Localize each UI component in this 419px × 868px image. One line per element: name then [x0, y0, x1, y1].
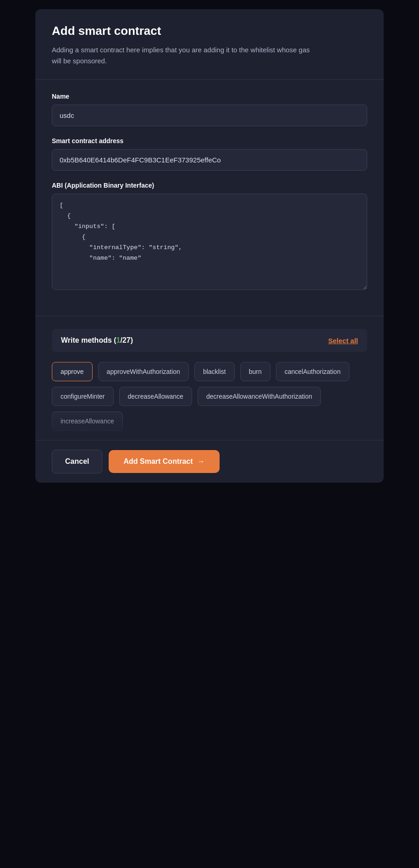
- modal-container: Add smart contract Adding a smart contra…: [35, 9, 384, 483]
- method-btn-approveWithAuthorization[interactable]: approveWithAuthorization: [98, 362, 189, 381]
- method-btn-configureMinter[interactable]: configureMinter: [52, 387, 114, 406]
- abi-label: ABI (Application Binary Interface): [52, 182, 367, 189]
- method-btn-approve[interactable]: approve: [52, 362, 93, 381]
- modal-description: Adding a smart contract here implies tha…: [52, 45, 318, 67]
- methods-header: Write methods (1/27) Select all: [52, 329, 367, 352]
- method-btn-blacklist[interactable]: blacklist: [194, 362, 235, 381]
- name-label: Name: [52, 93, 367, 100]
- cancel-button[interactable]: Cancel: [52, 450, 102, 473]
- modal-header: Add smart contract Adding a smart contra…: [35, 9, 384, 80]
- method-btn-decreaseAllowance[interactable]: decreaseAllowance: [119, 387, 192, 406]
- name-input[interactable]: [52, 105, 367, 126]
- method-btn-decreaseAllowanceWithAuthorization[interactable]: decreaseAllowanceWithAuthorization: [198, 387, 321, 406]
- add-smart-contract-button[interactable]: Add Smart Contract →: [109, 450, 219, 473]
- modal-title: Add smart contract: [52, 24, 367, 38]
- address-field-group: Smart contract address: [52, 137, 367, 171]
- name-field-group: Name: [52, 93, 367, 126]
- add-button-arrow: →: [198, 457, 205, 466]
- modal-form-body: Name Smart contract address ABI (Applica…: [35, 80, 384, 316]
- modal-overlay: Add smart contract Adding a smart contra…: [0, 0, 419, 868]
- address-label: Smart contract address: [52, 137, 367, 145]
- method-btn-burn[interactable]: burn: [240, 362, 270, 381]
- methods-count-selected: 1: [116, 336, 121, 344]
- modal-footer: Cancel Add Smart Contract →: [35, 440, 384, 483]
- methods-list: approve approveWithAuthorization blackli…: [52, 362, 367, 440]
- smart-contract-address-input[interactable]: [52, 149, 367, 171]
- method-btn-increaseAllowance[interactable]: increaseAllowance: [52, 412, 123, 431]
- method-btn-cancelAuthorization[interactable]: cancelAuthorization: [276, 362, 349, 381]
- write-methods-section: Write methods (1/27) Select all approve …: [35, 316, 384, 440]
- methods-title: Write methods (1/27): [61, 336, 133, 345]
- select-all-button[interactable]: Select all: [328, 337, 358, 345]
- abi-field-group: ABI (Application Binary Interface) [\n {…: [52, 182, 367, 292]
- methods-grid: approve approveWithAuthorization blackli…: [52, 362, 367, 440]
- abi-textarea[interactable]: [\n {\n "inputs": [\n {\n "internalType"…: [52, 194, 367, 290]
- add-button-label: Add Smart Contract: [123, 457, 193, 466]
